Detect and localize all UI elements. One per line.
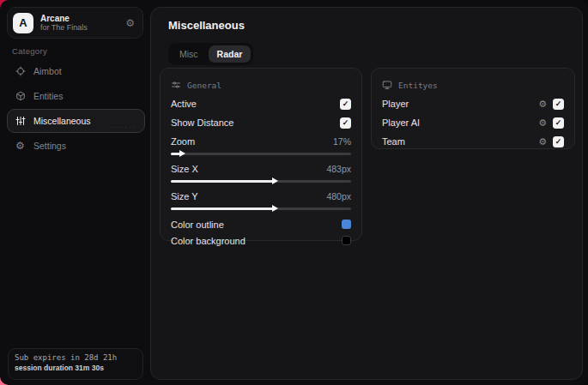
- player-checkbox[interactable]: ✓: [553, 99, 564, 110]
- setting-row-zoom: Zoom 17%: [171, 134, 351, 155]
- check-icon: ✓: [555, 100, 562, 108]
- entity-label: Player AI: [382, 117, 420, 128]
- team-checkbox[interactable]: ✓: [553, 136, 564, 147]
- sidebar-nav: Aimbot Entities Miscel: [0, 59, 150, 159]
- zoom-value: 17%: [333, 136, 351, 147]
- slider-thumb[interactable]: [272, 205, 278, 212]
- gear-icon: ⚙: [15, 141, 26, 152]
- setting-label: Show Distance: [171, 117, 233, 128]
- tab-bar: Misc Radar: [168, 43, 253, 65]
- app-card: A Arcane for The Finals ⚙: [7, 7, 143, 39]
- color-background-swatch[interactable]: [342, 236, 351, 245]
- slider-thumb[interactable]: [272, 177, 278, 184]
- show-distance-checkbox[interactable]: ✓: [340, 117, 351, 129]
- setting-row-size-x: Size X 483px: [171, 161, 351, 183]
- sidebar-item-label: Entities: [33, 91, 63, 101]
- sidebar: A Arcane for The Finals ⚙ Category Aimbo…: [0, 0, 150, 385]
- setting-row-color-background: Color background: [171, 232, 351, 249]
- sidebar-item-miscellaneous[interactable]: Miscellaneous ·······: [7, 109, 145, 133]
- check-icon: ✓: [555, 138, 562, 146]
- sidebar-item-entities[interactable]: Entities: [7, 84, 145, 108]
- slider-fill: [171, 180, 274, 183]
- entity-row-team: Team ⚙ ✓: [382, 132, 564, 151]
- entities-card: Entityes Player ⚙ ✓ Player AI ⚙ ✓: [371, 68, 575, 149]
- entity-label: Team: [382, 136, 405, 147]
- subscription-card: Sub expires in 28d 21h session duration …: [8, 348, 143, 380]
- setting-label: Color background: [171, 236, 246, 246]
- general-card-title: General: [187, 81, 221, 90]
- size-x-value: 483px: [326, 164, 351, 174]
- main-panel: Miscellaneous Misc Radar General Active …: [150, 7, 583, 380]
- active-item-texture-dots: ·······: [110, 123, 136, 131]
- entity-row-player: Player ⚙ ✓: [382, 94, 564, 113]
- entities-icon: [15, 91, 26, 102]
- gear-icon[interactable]: ⚙: [538, 118, 547, 128]
- category-label: Category: [12, 46, 47, 56]
- app-logo: A: [13, 13, 33, 33]
- setting-label: Zoom: [171, 136, 195, 147]
- slider-thumb[interactable]: [179, 150, 185, 157]
- gear-icon[interactable]: ⚙: [538, 99, 547, 109]
- check-icon: ✓: [342, 119, 349, 127]
- setting-label: Size Y: [171, 191, 198, 202]
- monitor-icon: [382, 80, 392, 92]
- slider-fill: [171, 208, 274, 210]
- crosshair-icon: [15, 66, 26, 77]
- sliders-horizontal-icon: [171, 80, 181, 92]
- setting-label: Color outline: [171, 220, 224, 230]
- entity-label: Player: [382, 99, 409, 109]
- entities-card-header: Entityes: [382, 76, 564, 94]
- sidebar-item-settings[interactable]: ⚙ Settings: [7, 134, 145, 158]
- entities-card-title: Entityes: [398, 81, 438, 90]
- page-title: Miscellaneous: [168, 19, 245, 32]
- app-window: A Arcane for The Finals ⚙ Category Aimbo…: [0, 0, 588, 385]
- setting-row-show-distance: Show Distance ✓: [171, 113, 351, 132]
- active-checkbox[interactable]: ✓: [340, 99, 351, 110]
- sidebar-item-label: Settings: [33, 141, 66, 151]
- size-y-slider[interactable]: [171, 208, 351, 210]
- color-outline-swatch[interactable]: [342, 220, 351, 229]
- entity-row-player-ai: Player AI ⚙ ✓: [382, 113, 564, 132]
- app-meta: Arcane for The Finals: [40, 14, 118, 33]
- sidebar-item-label: Miscellaneous: [33, 116, 91, 126]
- sliders-icon: [15, 116, 26, 127]
- gear-icon[interactable]: ⚙: [538, 137, 547, 147]
- general-card: General Active ✓ Show Distance ✓ Zoom 17…: [160, 68, 362, 241]
- size-y-value: 480px: [326, 191, 351, 202]
- session-duration-text: session duration 31m 30s: [15, 364, 136, 372]
- setting-row-active: Active ✓: [171, 94, 351, 113]
- sidebar-item-label: Aimbot: [33, 66, 62, 76]
- setting-label: Size X: [171, 164, 198, 174]
- app-name: Arcane: [40, 14, 118, 24]
- player-ai-checkbox[interactable]: ✓: [553, 117, 564, 129]
- sidebar-item-aimbot[interactable]: Aimbot: [7, 59, 145, 83]
- check-icon: ✓: [555, 119, 562, 127]
- sub-expires-text: Sub expires in 28d 21h: [15, 353, 136, 362]
- app-subtitle: for The Finals: [40, 23, 118, 32]
- general-card-header: General: [171, 76, 351, 94]
- setting-row-size-y: Size Y 480px: [171, 189, 351, 210]
- gear-icon[interactable]: ⚙: [125, 17, 135, 29]
- setting-label: Active: [171, 99, 197, 109]
- tab-radar[interactable]: Radar: [209, 45, 252, 63]
- size-x-slider[interactable]: [171, 180, 351, 183]
- zoom-slider[interactable]: [171, 153, 351, 155]
- setting-row-color-outline: Color outline: [171, 216, 351, 232]
- tab-misc[interactable]: Misc: [171, 45, 207, 63]
- check-icon: ✓: [342, 100, 349, 108]
